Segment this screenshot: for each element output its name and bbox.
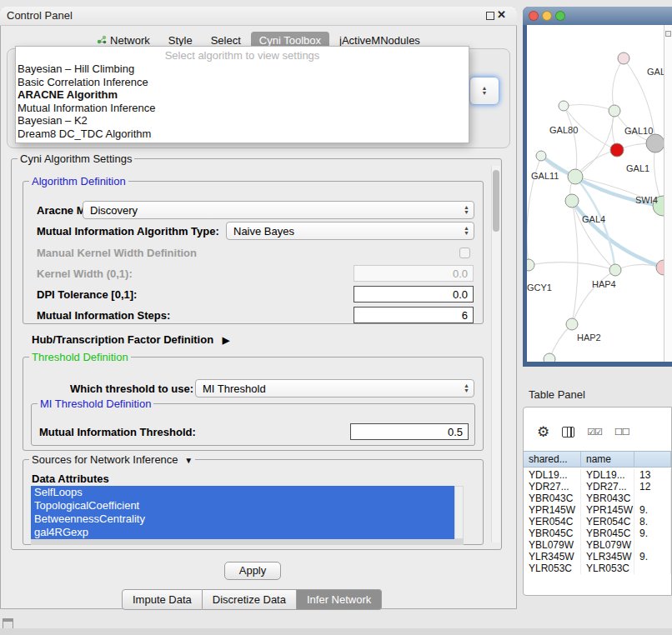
- algorithm-option[interactable]: Bayesian – Hill Climbing: [16, 62, 469, 76]
- network-node[interactable]: [544, 353, 555, 362]
- hub-definition-toggle[interactable]: Hub/Transcription Factor Definition ▶: [32, 333, 229, 346]
- table-row[interactable]: YDR27...YDR27...12: [524, 481, 671, 492]
- kernel-width-label: Kernel Width (0,1):: [37, 268, 133, 280]
- bottom-tab-discretize-data[interactable]: Discretize Data: [203, 589, 297, 610]
- mi-steps-input[interactable]: [354, 307, 474, 323]
- network-canvas[interactable]: GALGAL80GAL10GAL1GAL11SWI4GAL4GCY1HAP4HA…: [527, 25, 664, 362]
- bottom-tab-infer-network[interactable]: Infer Network: [297, 589, 382, 610]
- table-cell: YBL079W: [581, 539, 634, 551]
- network-node[interactable]: [646, 134, 664, 152]
- algorithm-option[interactable]: Dream8 DC_TDC Algorithm: [16, 128, 469, 141]
- table-cell: 9.: [634, 504, 671, 516]
- network-edge[interactable]: [613, 58, 624, 111]
- dpi-tolerance-input[interactable]: [354, 286, 474, 302]
- network-node[interactable]: [536, 151, 546, 161]
- attribute-list-item[interactable]: gal4RGexp: [31, 526, 454, 539]
- checked-boxes-icon[interactable]: ☑☑: [587, 427, 602, 438]
- table-cell: YLR053C: [524, 562, 581, 574]
- threshold-definition-legend: Threshold Definition: [29, 351, 131, 363]
- manual-kernel-checkbox[interactable]: [459, 248, 470, 258]
- mac-close-icon[interactable]: [529, 11, 539, 21]
- which-threshold-value: MI Threshold: [203, 382, 266, 395]
- network-edge[interactable]: [572, 270, 615, 324]
- gear-icon[interactable]: ⚙: [537, 425, 549, 439]
- close-icon[interactable]: ✕: [497, 8, 506, 21]
- attribute-list-item[interactable]: BetweennessCentrality: [31, 512, 454, 526]
- unchecked-boxes-icon[interactable]: ☐☐: [614, 427, 629, 438]
- apply-button[interactable]: Apply: [224, 562, 281, 580]
- settings-scrollbar-thumb[interactable]: [493, 170, 499, 232]
- mac-minimize-icon[interactable]: [542, 11, 552, 21]
- aracne-mode-value: Discovery: [90, 204, 138, 217]
- table-row[interactable]: YPR145WYPR145W9.: [524, 504, 671, 516]
- combo-arrows-icon: ▲▼: [464, 226, 469, 236]
- network-node[interactable]: [565, 194, 579, 208]
- network-node[interactable]: [609, 105, 620, 117]
- algorithm-option[interactable]: Mutual Information Inference: [16, 102, 469, 115]
- network-node[interactable]: [568, 169, 583, 184]
- algorithm-option[interactable]: ARACNE Algorithm: [16, 88, 469, 102]
- which-threshold-label: Which threshold to use:: [70, 382, 193, 395]
- table-row[interactable]: YBL079WYBL079W: [524, 539, 671, 551]
- tab-label: jActiveMNodules: [339, 34, 420, 47]
- network-node[interactable]: [610, 143, 624, 157]
- network-node[interactable]: [656, 260, 664, 275]
- table-row[interactable]: YBR043CYBR043C: [524, 492, 671, 504]
- table-row[interactable]: YER054CYER054C8.: [524, 516, 671, 528]
- network-node[interactable]: [609, 264, 621, 276]
- network-node[interactable]: [559, 101, 569, 111]
- network-edge[interactable]: [564, 106, 577, 177]
- table-row[interactable]: YLR345WYLR345W9.: [524, 551, 671, 562]
- mi-threshold-input[interactable]: [350, 423, 469, 440]
- float-window-icon[interactable]: [486, 12, 494, 20]
- table-cell: YBR045C: [524, 528, 581, 539]
- network-scrollbar[interactable]: [664, 25, 672, 362]
- mac-zoom-icon[interactable]: [555, 11, 565, 21]
- table-cell: YDR27...: [581, 481, 634, 492]
- table-row[interactable]: YDL19...YDL19...13: [524, 469, 671, 481]
- bottom-tab-impute-data[interactable]: Impute Data: [122, 589, 203, 610]
- algorithm-dropdown-popup: Select algorithm to view settings Bayesi…: [15, 46, 469, 143]
- table-panel-window: ⚙ ☑☑ ☐☐ shared...name YDL19...YDL19...13…: [523, 407, 672, 596]
- network-scroll-button[interactable]: [665, 31, 671, 37]
- sources-legend[interactable]: Sources for Network Inference ▼: [29, 453, 195, 466]
- kernel-width-input[interactable]: [354, 265, 474, 282]
- network-node[interactable]: [618, 52, 629, 64]
- network-window-titlebar[interactable]: [523, 7, 672, 25]
- sources-legend-label: Sources for Network Inference: [32, 453, 178, 466]
- mi-threshold-legend: MI Threshold Definition: [38, 398, 153, 410]
- algorithm-option[interactable]: Basic Correlation Inference: [16, 76, 469, 89]
- table-cell: YPR145W: [524, 504, 581, 516]
- settings-scrollbar[interactable]: [491, 166, 500, 542]
- algorithm-select-combobox[interactable]: ▲▼: [469, 77, 499, 105]
- table-header-cell[interactable]: shared...: [524, 452, 581, 467]
- table-header-cell[interactable]: name: [581, 452, 634, 467]
- network-node[interactable]: [527, 259, 534, 271]
- table-header-row: shared...name: [524, 451, 671, 468]
- network-edge[interactable]: [564, 104, 614, 111]
- attributes-list-hscrollbar[interactable]: [31, 539, 464, 545]
- cyni-settings-legend: Cyni Algorithm Settings: [18, 152, 134, 165]
- network-node-label: SWI4: [635, 195, 658, 205]
- table-cell: YLR053C: [581, 562, 634, 574]
- table-cell: YLR345W: [524, 551, 581, 562]
- which-threshold-select[interactable]: MI Threshold ▲▼: [195, 379, 474, 398]
- columns-icon[interactable]: [562, 427, 574, 438]
- aracne-mode-select[interactable]: Discovery ▲▼: [83, 201, 474, 219]
- attributes-list-scrollbar[interactable]: [454, 486, 464, 539]
- table-cell: YDL19...: [581, 469, 634, 481]
- table-row[interactable]: YBR045CYBR045C9.: [524, 528, 671, 539]
- attribute-list-item[interactable]: SelfLoops: [31, 486, 454, 499]
- algorithm-definition-legend: Algorithm Definition: [29, 175, 128, 188]
- network-edge[interactable]: [529, 262, 615, 270]
- table-row[interactable]: YLR053CYLR053C: [524, 562, 671, 574]
- attribute-list-item[interactable]: TopologicalCoefficient: [31, 499, 454, 512]
- algorithm-option[interactable]: Bayesian – K2: [16, 114, 469, 128]
- table-cell: YER054C: [524, 516, 581, 528]
- mi-type-select[interactable]: Naive Bayes ▲▼: [226, 222, 474, 240]
- network-edge[interactable]: [572, 201, 664, 268]
- table-header-cell[interactable]: [634, 452, 671, 467]
- table-cell: 12: [634, 481, 671, 492]
- network-edge[interactable]: [575, 111, 614, 177]
- network-node[interactable]: [566, 318, 578, 330]
